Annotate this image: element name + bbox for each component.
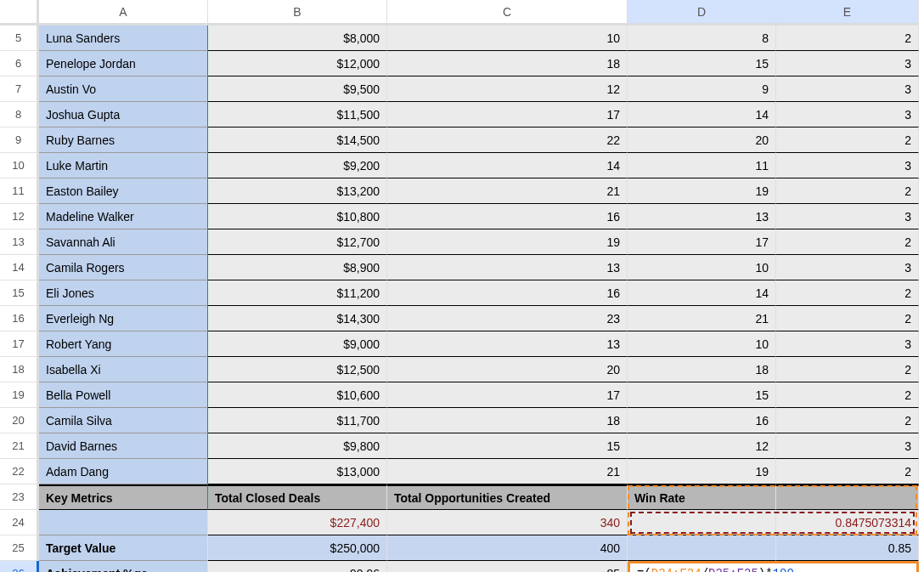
cell-E25[interactable]: 0.85 [776, 535, 919, 561]
cell-B6[interactable]: $12,000 [208, 51, 387, 76]
row-header-9[interactable]: 9 [0, 127, 39, 153]
cell-E17[interactable]: 3 [776, 331, 919, 357]
cell-C16[interactable]: 23 [387, 306, 628, 331]
row-header-19[interactable]: 19 [0, 382, 39, 408]
row-header-18[interactable]: 18 [0, 357, 39, 382]
cell-E16[interactable]: 2 [776, 306, 919, 331]
cell-A22[interactable]: Adam Dang [39, 459, 208, 484]
cell-B17[interactable]: $9,000 [208, 331, 387, 357]
cell-B13[interactable]: $12,700 [208, 229, 387, 255]
cell-C7[interactable]: 12 [387, 76, 628, 102]
cell-E6[interactable]: 3 [776, 51, 919, 76]
cell-C11[interactable]: 21 [387, 178, 628, 204]
cell-C22[interactable]: 21 [387, 459, 628, 484]
cell-B15[interactable]: $11,200 [208, 280, 387, 306]
cell-A7[interactable]: Austin Vo [39, 76, 208, 102]
cell-B22[interactable]: $13,000 [208, 459, 387, 484]
spreadsheet-grid[interactable]: ABCDE5Luna Sanders$8,00010826Penelope Jo… [0, 0, 924, 572]
cell-E20[interactable]: 2 [776, 408, 919, 433]
column-header-B[interactable]: B [208, 0, 387, 25]
row-header-15[interactable]: 15 [0, 280, 39, 306]
row-header-6[interactable]: 6 [0, 51, 39, 76]
cell-D13[interactable]: 17 [628, 229, 776, 255]
column-header-D[interactable]: D [628, 0, 776, 25]
cell-B11[interactable]: $13,200 [208, 178, 387, 204]
row-header-23[interactable]: 23 [0, 484, 39, 510]
cell-E7[interactable]: 3 [776, 76, 919, 102]
cell-B21[interactable]: $9,800 [208, 433, 387, 459]
cell-E5[interactable]: 2 [776, 25, 919, 51]
row-header-7[interactable]: 7 [0, 76, 39, 102]
cell-C20[interactable]: 18 [387, 408, 628, 433]
cell-A23[interactable]: Key Metrics [39, 484, 208, 510]
cell-D16[interactable]: 21 [628, 306, 776, 331]
cell-B24[interactable]: $227,400 [208, 510, 387, 535]
row-header-5[interactable]: 5 [0, 25, 39, 51]
cell-E15[interactable]: 2 [776, 280, 919, 306]
cell-C25[interactable]: 400 [387, 535, 628, 561]
cell-B12[interactable]: $10,800 [208, 204, 387, 229]
cell-C10[interactable]: 14 [387, 153, 628, 178]
cell-B18[interactable]: $12,500 [208, 357, 387, 382]
cell-C5[interactable]: 10 [387, 25, 628, 51]
row-header-24[interactable]: 24 [0, 510, 39, 535]
cell-A25[interactable]: Target Value [39, 535, 208, 561]
cell-B8[interactable]: $11,500 [208, 102, 387, 127]
cell-A24[interactable] [39, 510, 208, 535]
cell-D8[interactable]: 14 [628, 102, 776, 127]
cell-E21[interactable]: 3 [776, 433, 919, 459]
cell-A8[interactable]: Joshua Gupta [39, 102, 208, 127]
cell-C24[interactable]: 340 [387, 510, 628, 535]
cell-A12[interactable]: Madeline Walker [39, 204, 208, 229]
cell-E24[interactable]: 0.8475073314 [776, 510, 919, 535]
cell-D23[interactable]: Win Rate [628, 484, 776, 510]
cell-C18[interactable]: 20 [387, 357, 628, 382]
cell-C23[interactable]: Total Opportunities Created [387, 484, 628, 510]
cell-C9[interactable]: 22 [387, 127, 628, 153]
cell-A19[interactable]: Bella Powell [39, 382, 208, 408]
cell-C8[interactable]: 17 [387, 102, 628, 127]
cell-B20[interactable]: $11,700 [208, 408, 387, 433]
cell-C19[interactable]: 17 [387, 382, 628, 408]
cell-D22[interactable]: 19 [628, 459, 776, 484]
cell-A9[interactable]: Ruby Barnes [39, 127, 208, 153]
cell-D21[interactable]: 12 [628, 433, 776, 459]
cell-E11[interactable]: 2 [776, 178, 919, 204]
cell-D17[interactable]: 10 [628, 331, 776, 357]
cell-B16[interactable]: $14,300 [208, 306, 387, 331]
cell-B14[interactable]: $8,900 [208, 255, 387, 280]
row-header-25[interactable]: 25 [0, 535, 39, 561]
cell-C21[interactable]: 15 [387, 433, 628, 459]
cell-E10[interactable]: 3 [776, 153, 919, 178]
cell-A11[interactable]: Easton Bailey [39, 178, 208, 204]
cell-B19[interactable]: $10,600 [208, 382, 387, 408]
cell-A17[interactable]: Robert Yang [39, 331, 208, 357]
cell-C13[interactable]: 19 [387, 229, 628, 255]
row-header-13[interactable]: 13 [0, 229, 39, 255]
cell-D9[interactable]: 20 [628, 127, 776, 153]
cell-B10[interactable]: $9,200 [208, 153, 387, 178]
cell-D25[interactable] [628, 535, 776, 561]
cell-E14[interactable]: 3 [776, 255, 919, 280]
cell-C26[interactable]: 85 [387, 561, 628, 572]
cell-E12[interactable]: 3 [776, 204, 919, 229]
cell-E19[interactable]: 2 [776, 382, 919, 408]
cell-D5[interactable]: 8 [628, 25, 776, 51]
cell-A14[interactable]: Camila Rogers [39, 255, 208, 280]
cell-A15[interactable]: Eli Jones [39, 280, 208, 306]
row-header-10[interactable]: 10 [0, 153, 39, 178]
cell-B7[interactable]: $9,500 [208, 76, 387, 102]
cell-E18[interactable]: 2 [776, 357, 919, 382]
cell-D11[interactable]: 19 [628, 178, 776, 204]
row-header-16[interactable]: 16 [0, 306, 39, 331]
column-header-C[interactable]: C [387, 0, 628, 25]
cell-D18[interactable]: 18 [628, 357, 776, 382]
cell-B23[interactable]: Total Closed Deals [208, 484, 387, 510]
cell-E23[interactable] [776, 484, 919, 510]
cell-B25[interactable]: $250,000 [208, 535, 387, 561]
cell-E13[interactable]: 2 [776, 229, 919, 255]
row-header-14[interactable]: 14 [0, 255, 39, 280]
corner-cell[interactable] [0, 0, 39, 25]
row-header-17[interactable]: 17 [0, 331, 39, 357]
cell-A13[interactable]: Savannah Ali [39, 229, 208, 255]
